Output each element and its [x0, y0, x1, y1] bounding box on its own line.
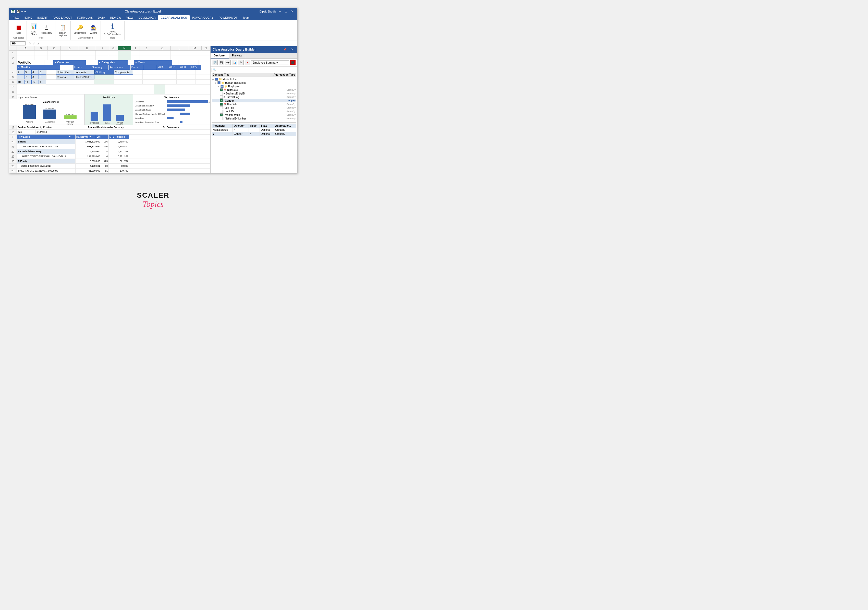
param-marital-value[interactable] — [249, 128, 260, 132]
tree-check-currentflag[interactable] — [220, 96, 223, 99]
year-2006[interactable]: 2006 — [157, 65, 168, 70]
tree-gender[interactable]: ✓ | Gender GroupBy — [212, 99, 296, 102]
tab-data[interactable]: DATA — [95, 15, 108, 20]
cell-reference-box[interactable] — [10, 41, 26, 45]
tree-check-loginid[interactable] — [220, 110, 223, 113]
tree-check-maritalstatus[interactable]: ✓ — [220, 113, 223, 116]
close-btn[interactable]: ✕ — [290, 9, 295, 14]
month-11[interactable]: 11 — [24, 80, 32, 84]
tab-page-layout[interactable]: PAGE LAYOUT — [50, 15, 74, 20]
tree-check-nationalidnumber[interactable] — [220, 117, 223, 120]
tree-currentflag[interactable]: # CurrentFlag GroupBy — [212, 95, 296, 99]
formula-input[interactable] — [40, 42, 296, 45]
col-j[interactable]: J — [140, 46, 153, 50]
tree-nationalidnumber[interactable]: | NationalIDNumber GroupBy — [212, 117, 296, 120]
qb-tab-preview[interactable]: Preview — [229, 53, 245, 59]
tree-check-birthdate[interactable]: ✓ — [220, 88, 223, 92]
wizard-button[interactable]: 🧙 Wizard — [88, 23, 99, 35]
tab-view[interactable]: VIEW — [124, 15, 136, 20]
tab-formulas[interactable]: FORMULAS — [74, 15, 95, 20]
qb-refresh-btn[interactable]: 🔄 — [212, 60, 218, 65]
cancel-formula-btn[interactable]: ✕ — [29, 41, 32, 45]
confirm-formula-btn[interactable]: ✓ — [33, 41, 36, 45]
tree-loginid[interactable]: | LoginID GroupBy — [212, 110, 296, 113]
month-1[interactable]: 1 — [39, 80, 46, 84]
qb-sql-btn[interactable]: SQL — [225, 60, 231, 65]
col-i[interactable]: I — [131, 46, 140, 50]
tree-maritalstatus[interactable]: ✓ | MaritalStatus GroupBy — [212, 113, 296, 117]
tree-businessentityid[interactable]: # BusinessEntityID GroupBy — [212, 92, 296, 95]
col-e[interactable]: E — [78, 46, 96, 50]
country-france[interactable]: France — [73, 65, 91, 70]
month-12[interactable]: 12 — [31, 80, 39, 84]
tree-employee[interactable]: ▼ ─ 📁 Employee — [212, 84, 296, 88]
tab-power-query[interactable]: POWER QUERY — [190, 15, 216, 20]
month-4[interactable]: 4 — [31, 70, 39, 75]
col-c[interactable]: C — [48, 46, 61, 50]
tree-check-employee[interactable]: ─ — [220, 85, 223, 88]
tree-check-jobtitle[interactable] — [220, 106, 223, 109]
country-canada[interactable]: Canada — [56, 75, 75, 79]
tree-jobtitle[interactable]: | JobTitle GroupBy — [212, 106, 296, 110]
qb-delete-btn[interactable]: ✕ — [245, 60, 250, 65]
col-h[interactable]: H — [118, 46, 131, 50]
year-2005[interactable]: 2005 — [191, 65, 202, 70]
month-6[interactable]: 6 — [17, 75, 24, 79]
tree-check-businessentityid[interactable] — [220, 92, 223, 95]
tab-developer[interactable]: DEVELOPER — [136, 15, 158, 20]
col-g[interactable]: G — [109, 46, 118, 50]
col-m[interactable]: M — [188, 46, 202, 50]
param-row-marital[interactable]: MaritalStatus = Optional GroupBy — [212, 128, 296, 132]
report-explorer-button[interactable]: 📋 ReportExplorer — [57, 23, 68, 37]
tab-team[interactable]: Team — [240, 15, 252, 20]
qb-pin-btn[interactable]: 📌 — [282, 47, 288, 52]
qb-tab-designer[interactable]: Designer — [211, 53, 229, 59]
tree-hr[interactable]: ▶ ─ 📁 Human Resources — [212, 81, 296, 84]
country-us[interactable]: United States — [75, 75, 95, 79]
tree-hiredate[interactable]: ✓ 📅 HireDate GroupBy — [212, 102, 296, 106]
tree-check-gender[interactable]: ✓ — [220, 99, 223, 102]
maximize-btn[interactable]: □ — [284, 9, 288, 14]
month-7[interactable]: 7 — [24, 75, 32, 79]
tree-check-hr[interactable]: ─ — [217, 81, 220, 84]
category-bikes[interactable]: Bikes — [131, 65, 144, 70]
qb-save-btn[interactable]: 💾 — [219, 60, 224, 65]
tree-check-masterfolder[interactable]: ─ — [215, 78, 218, 81]
data-share-button[interactable]: 📊 DataShare — [29, 22, 39, 36]
col-a[interactable]: A — [17, 46, 34, 50]
tab-file[interactable]: FILE — [10, 15, 21, 20]
col-f[interactable]: F — [96, 46, 109, 50]
minimize-btn[interactable]: ─ — [277, 9, 282, 14]
qb-expand-btn[interactable]: ⬛ — [290, 60, 296, 65]
month-9[interactable]: 9 — [39, 75, 46, 79]
about-button[interactable]: ℹ AboutCLEAR Analytics — [103, 22, 122, 36]
stop-button[interactable]: ⏹ Stop — [14, 23, 24, 35]
qb-search-input[interactable] — [212, 68, 296, 72]
country-australia[interactable]: Australia — [75, 70, 95, 75]
month-5[interactable]: 5 — [39, 70, 46, 75]
qb-close-btn[interactable]: ✕ — [290, 47, 295, 52]
insert-function-btn[interactable]: fx — [37, 42, 39, 45]
tab-review[interactable]: REVIEW — [107, 15, 124, 20]
tab-home[interactable]: HOME — [21, 15, 35, 20]
month-10[interactable]: 10 — [17, 80, 24, 84]
month-2[interactable]: 2 — [17, 70, 24, 75]
category-components[interactable]: Components — [114, 70, 133, 75]
col-k[interactable]: K — [153, 46, 171, 50]
col-l[interactable]: L — [171, 46, 188, 50]
year-2008[interactable]: 2008 — [179, 65, 190, 70]
month-3[interactable]: 3 — [24, 70, 32, 75]
col-b[interactable]: B — [34, 46, 48, 50]
tab-powerpivot[interactable]: POWERPIVOT — [216, 15, 240, 20]
col-n[interactable]: N — [202, 46, 211, 50]
repository-button[interactable]: 🗄 Repository — [40, 23, 53, 35]
category-clothing[interactable]: Clothing — [95, 70, 114, 75]
entitlements-button[interactable]: 🔑 Entitlements — [73, 23, 88, 35]
grid-area[interactable]: 1 2 — [9, 51, 210, 173]
tab-clear-analytics[interactable]: CLEAR ANALYTICS — [158, 15, 189, 20]
tree-birthdate[interactable]: ✓ 📅 BirthDate GroupBy — [212, 88, 296, 92]
month-8[interactable]: 8 — [31, 75, 39, 79]
tree-masterfolder[interactable]: ▶ ─ 📁 MasterFolder — [212, 78, 296, 81]
tree-check-hiredate[interactable]: ✓ — [220, 102, 223, 106]
qb-chart-btn[interactable]: 📊 — [232, 60, 237, 65]
